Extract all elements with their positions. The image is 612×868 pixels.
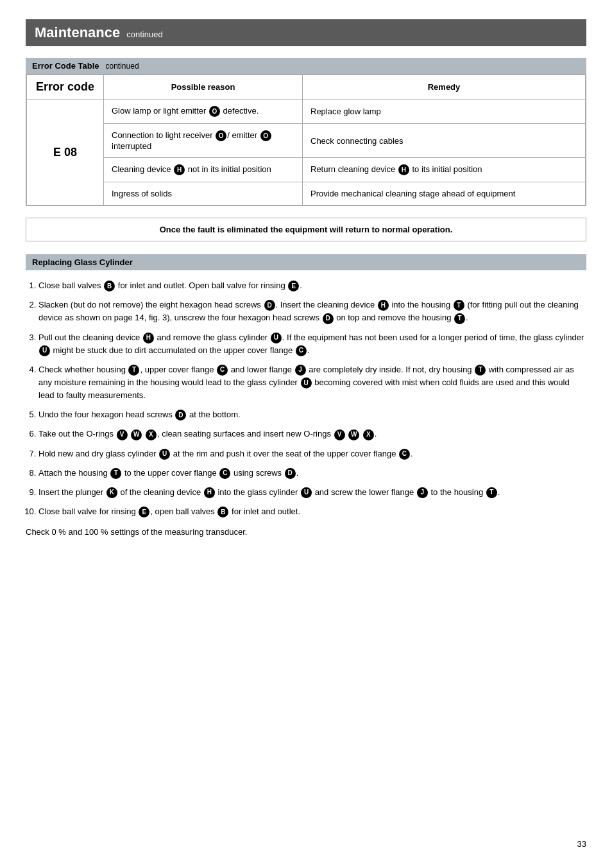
icon-C-4: C — [219, 468, 230, 479]
reason-cell-3: Cleaning device H not in its initial pos… — [104, 158, 303, 182]
table-row: E 08 Glow lamp or light emitter O defect… — [27, 100, 586, 124]
error-section-title: Error Code Table — [32, 61, 99, 71]
icon-T-3: T — [128, 365, 139, 376]
icon-J-1: J — [295, 365, 306, 376]
icon-T-5: T — [110, 468, 121, 479]
icon-D-3: D — [175, 410, 186, 421]
icon-E-1: E — [288, 281, 299, 291]
icon-X-2: X — [363, 430, 374, 440]
reason-cell-1: Glow lamp or light emitter O defective. — [104, 100, 303, 124]
icon-T-4: T — [475, 365, 486, 376]
list-item: Insert the plunger K of the cleaning dev… — [38, 486, 586, 499]
table-row: Cleaning device H not in its initial pos… — [27, 158, 586, 182]
icon-H-3: H — [378, 300, 389, 311]
icon-V-1: V — [117, 430, 128, 440]
notice-text: Once the fault is eliminated the equipme… — [160, 225, 453, 234]
page-title-sub: continued — [126, 30, 162, 39]
icon-O-2: O — [216, 130, 226, 141]
steps-list: Close ball valves B for inlet and outlet… — [38, 279, 586, 518]
icon-U-4: U — [159, 449, 170, 460]
icon-V-2: V — [334, 430, 345, 440]
icon-C-1: C — [296, 345, 307, 356]
list-item: Check whether housing T, upper cover fla… — [38, 363, 586, 402]
icon-D-4: D — [285, 468, 296, 479]
icon-W-2: W — [348, 430, 359, 440]
reason-cell-4: Ingress of solids — [104, 182, 303, 205]
icon-H-5: H — [204, 487, 215, 498]
table-row: Ingress of solids Provide mechanical cle… — [27, 182, 586, 205]
error-code-cell: E 08 — [27, 100, 104, 205]
error-table-wrapper: Error code Possible reason Remedy E 08 G… — [26, 74, 586, 206]
icon-U-5: U — [301, 487, 312, 498]
check-line: Check 0 % and 100 % settings of the meas… — [26, 527, 586, 537]
icon-H-1: H — [174, 164, 185, 175]
col-header-reason: Possible reason — [104, 75, 303, 100]
icon-D-2: D — [323, 313, 334, 324]
list-item: Hold new and dry glass cylinder U at the… — [38, 447, 586, 460]
icon-W-1: W — [131, 430, 142, 440]
icon-K-1: K — [106, 487, 117, 498]
icon-T-6: T — [486, 487, 497, 498]
error-table: Error code Possible reason Remedy E 08 G… — [26, 74, 586, 205]
icon-H-2: H — [398, 164, 409, 175]
remedy-cell-4: Provide mechanical cleaning stage ahead … — [303, 182, 586, 205]
icon-T-2: T — [454, 313, 465, 324]
icon-C-2: C — [217, 365, 228, 376]
icon-J-2: J — [417, 487, 428, 498]
col-header-error: Error code — [27, 75, 104, 100]
list-item: Slacken (but do not remove) the eight he… — [38, 299, 586, 324]
icon-D-1: D — [264, 300, 275, 311]
list-item: Take out the O-rings V W X, clean seatin… — [38, 428, 586, 440]
page-title: Maintenance — [35, 24, 120, 41]
icon-H-4: H — [143, 333, 154, 343]
icon-U-3: U — [301, 378, 312, 388]
icon-O-1: O — [209, 106, 220, 117]
icon-X-1: X — [146, 430, 157, 440]
icon-B-2: B — [217, 507, 228, 517]
list-item: Attach the housing T to the upper cover … — [38, 467, 586, 480]
remedy-cell-1: Replace glow lamp — [303, 100, 586, 124]
col-header-remedy: Remedy — [303, 75, 586, 100]
replacing-title: Replacing Glass Cylinder — [32, 257, 133, 267]
list-item: Undo the four hexagon head screws D at t… — [38, 408, 586, 421]
list-item: Close ball valves B for inlet and outlet… — [38, 279, 586, 292]
icon-U-2: U — [39, 345, 50, 356]
table-row: Connection to light receiver O/ emitter … — [27, 124, 586, 158]
list-item: Close ball valve for rinsing E, open bal… — [38, 505, 586, 518]
notice-box: Once the fault is eliminated the equipme… — [26, 218, 586, 241]
remedy-cell-2: Check connecting cables — [303, 124, 586, 158]
icon-T-1: T — [454, 300, 464, 311]
remedy-cell-3: Return cleaning device H to its initial … — [303, 158, 586, 182]
reason-cell-2: Connection to light receiver O/ emitter … — [104, 124, 303, 158]
icon-O-3: O — [260, 130, 271, 141]
icon-C-3: C — [399, 449, 410, 460]
page-header: Maintenance continued — [26, 19, 586, 46]
replacing-section-header: Replacing Glass Cylinder — [26, 254, 586, 270]
page-number: 33 — [577, 839, 586, 849]
icon-E-2: E — [139, 507, 149, 517]
error-section-header: Error Code Table continued — [26, 58, 586, 74]
icon-U-1: U — [271, 333, 282, 343]
icon-B-1: B — [104, 281, 115, 291]
list-item: Pull out the cleaning device H and remov… — [38, 331, 586, 357]
error-section-sub: continued — [106, 62, 139, 71]
